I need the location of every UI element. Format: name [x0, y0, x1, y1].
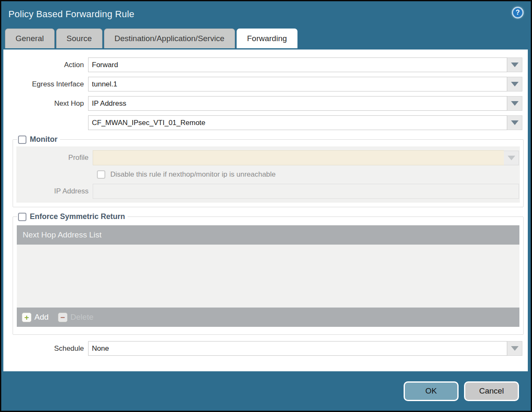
monitor-ip-input	[93, 184, 519, 199]
schedule-combo	[88, 341, 522, 356]
egress-interface-combo	[88, 77, 522, 91]
egress-interface-row: Egress Interface	[3, 77, 522, 91]
ok-button[interactable]: OK	[404, 381, 459, 401]
policy-based-forwarding-dialog: Policy Based Forwarding Rule ? General S…	[0, 0, 532, 412]
next-hop-address-dropdown-button[interactable]	[507, 115, 522, 130]
symmetric-return-section: Enforce Symmetric Return Next Hop Addres…	[13, 212, 524, 335]
minus-icon: −	[58, 313, 68, 322]
cancel-button[interactable]: Cancel	[464, 381, 519, 401]
egress-interface-dropdown-button[interactable]	[507, 77, 522, 91]
symmetric-return-checkbox[interactable]	[18, 213, 26, 221]
action-combo	[88, 57, 522, 72]
next-hop-address-combo	[88, 115, 522, 130]
dialog-footer: OK Cancel	[3, 373, 529, 409]
chevron-down-icon	[511, 63, 519, 67]
monitor-checkbox[interactable]	[18, 136, 26, 144]
next-hop-row: Next Hop	[3, 96, 522, 111]
symmetric-return-legend: Enforce Symmetric Return	[17, 212, 128, 221]
egress-interface-input[interactable]	[88, 77, 507, 91]
monitor-profile-dropdown-button	[504, 151, 519, 165]
forwarding-tab-panel: Action Egress Interface Next Hop	[3, 50, 528, 371]
monitor-section: Monitor Profile Disable this rule if nex…	[13, 135, 524, 207]
next-hop-label: Next Hop	[3, 99, 88, 108]
next-hop-type-input[interactable]	[88, 96, 507, 111]
next-hop-address-input[interactable]	[88, 115, 507, 130]
delete-button: − Delete	[58, 313, 94, 322]
table-header: Next Hop Address List	[17, 225, 519, 245]
tab-destination-application-service[interactable]: Destination/Application/Service	[104, 29, 235, 48]
disable-rule-checkbox	[97, 170, 105, 179]
chevron-down-icon	[511, 82, 519, 86]
table-footer: + Add − Delete	[17, 308, 519, 327]
help-icon[interactable]: ?	[512, 7, 524, 18]
monitor-profile-label: Profile	[16, 154, 93, 162]
tab-forwarding[interactable]: Forwarding	[237, 29, 297, 48]
action-dropdown-button[interactable]	[507, 57, 522, 72]
dialog-titlebar: Policy Based Forwarding Rule ?	[1, 1, 531, 27]
dialog-title: Policy Based Forwarding Rule	[8, 9, 531, 20]
table-body[interactable]	[17, 245, 519, 308]
monitor-profile-input	[93, 150, 504, 165]
next-hop-combo	[88, 96, 522, 111]
monitor-panel: Profile Disable this rule if nexthop/mon…	[16, 146, 520, 203]
schedule-dropdown-button[interactable]	[507, 341, 522, 356]
add-button[interactable]: + Add	[22, 313, 49, 322]
plus-icon: +	[22, 313, 31, 322]
action-label: Action	[3, 61, 88, 69]
chevron-down-icon	[511, 120, 519, 125]
monitor-disable-row: Disable this rule if nexthop/monitor ip …	[16, 170, 520, 179]
next-hop-address-list-table: Next Hop Address List + Add − Delete	[17, 225, 519, 327]
chevron-down-icon	[508, 156, 515, 160]
schedule-row: Schedule	[3, 341, 522, 356]
schedule-label: Schedule	[3, 344, 88, 353]
schedule-input[interactable]	[88, 341, 507, 356]
monitor-legend: Monitor	[17, 135, 60, 144]
next-hop-address-row	[3, 115, 522, 130]
table-header-label: Next Hop Address List	[23, 230, 102, 240]
action-input[interactable]	[88, 57, 507, 72]
add-button-label: Add	[34, 313, 49, 322]
disable-rule-label: Disable this rule if nexthop/monitor ip …	[110, 170, 276, 179]
monitor-title: Monitor	[30, 135, 57, 144]
symmetric-return-title: Enforce Symmetric Return	[30, 212, 125, 221]
chevron-down-icon	[511, 101, 519, 106]
tab-general[interactable]: General	[5, 29, 55, 48]
monitor-profile-row: Profile	[16, 150, 520, 165]
tab-source[interactable]: Source	[56, 29, 102, 48]
delete-button-label: Delete	[70, 313, 94, 322]
action-row: Action	[3, 57, 522, 72]
chevron-down-icon	[511, 346, 519, 351]
monitor-ip-label: IP Address	[16, 187, 93, 196]
monitor-ip-row: IP Address	[16, 184, 520, 199]
egress-interface-label: Egress Interface	[3, 80, 88, 89]
next-hop-dropdown-button[interactable]	[507, 96, 522, 111]
tab-bar: General Source Destination/Application/S…	[1, 27, 531, 48]
